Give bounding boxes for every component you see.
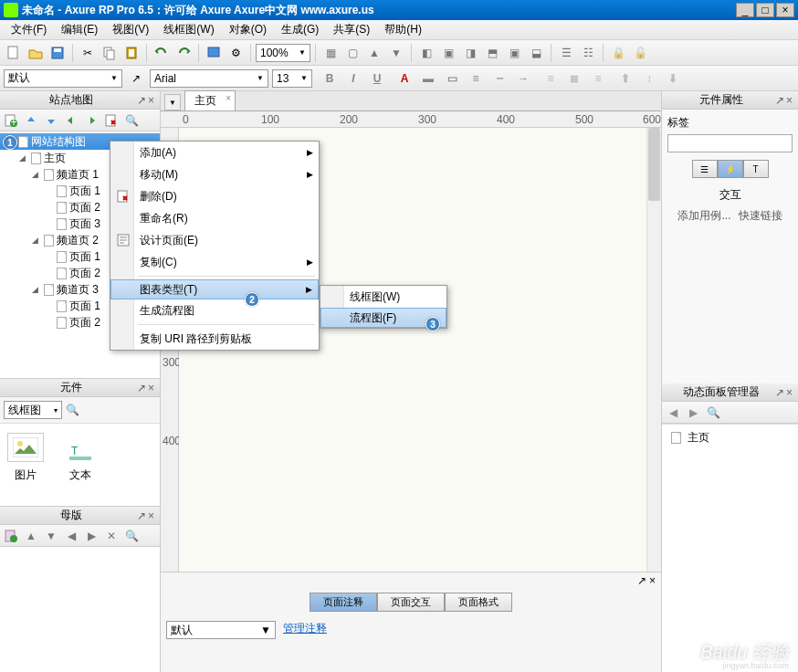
menu-share[interactable]: 共享(S) [326, 20, 377, 39]
panel-close-icon[interactable]: × [786, 94, 793, 107]
dyn-prev-button[interactable]: ◀ [664, 404, 682, 422]
menu-help[interactable]: 帮助(H) [377, 20, 429, 39]
master-out-button[interactable]: ◀ [62, 527, 80, 545]
text-align-left[interactable]: ≡ [541, 68, 561, 89]
master-in-button[interactable]: ▶ [82, 527, 100, 545]
tab-close-button[interactable]: × [226, 93, 231, 103]
panel-expand-icon[interactable]: ↗ [137, 382, 146, 394]
open-button[interactable] [26, 43, 46, 63]
lock-button[interactable]: 🔒 [608, 43, 628, 63]
props-tab-interactions[interactable]: ⚡ [718, 160, 743, 178]
distribute-h-button[interactable]: ☰ [556, 43, 576, 63]
publish-button[interactable] [204, 43, 224, 63]
menu-object[interactable]: 对象(O) [222, 20, 274, 39]
fillcolor-button[interactable]: ▬ [418, 68, 438, 89]
align-left-button[interactable]: ◧ [416, 43, 436, 63]
delete-master-button[interactable]: ✕ [102, 527, 121, 545]
search-icon[interactable]: 🔍 [66, 404, 79, 416]
valign-top[interactable]: ⬆ [615, 68, 635, 89]
tab-page-interactions[interactable]: 页面交互 [377, 593, 445, 612]
indent-out-button[interactable] [62, 111, 80, 130]
ctx-diagram-type[interactable]: 图表类型(T)▶ [110, 279, 319, 299]
notes-dropdown[interactable]: 默认▼ [166, 621, 276, 639]
props-tab-format[interactable]: T [743, 160, 769, 178]
copy-button[interactable] [100, 43, 120, 63]
unlock-button[interactable]: 🔓 [630, 43, 650, 63]
tree-toggle-icon[interactable]: ◢ [29, 236, 40, 245]
align-bottom-button[interactable]: ⬓ [526, 43, 546, 63]
ctx-rename[interactable]: 重命名(R) [110, 207, 319, 229]
linewidth-button[interactable]: ≡ [466, 68, 486, 89]
panel-expand-icon[interactable]: ↗ [137, 94, 146, 107]
ctx-gen-flow[interactable]: 生成流程图 [110, 299, 319, 321]
quick-link[interactable]: 快速链接 [739, 208, 782, 224]
label-input[interactable] [667, 134, 793, 152]
scrollbar-vertical[interactable] [646, 128, 661, 572]
ctx-copy-uri[interactable]: 复制 URI 路径到剪贴板 [110, 328, 319, 350]
delete-page-button[interactable] [102, 111, 121, 130]
style-dropdown[interactable]: 默认▼ [4, 69, 122, 88]
close-button[interactable]: × [776, 3, 794, 17]
valign-middle[interactable]: ↕ [639, 68, 659, 89]
ctx-design[interactable]: 设计页面(E) [110, 229, 319, 251]
paste-button[interactable] [121, 43, 142, 63]
panel-close-icon[interactable]: × [148, 382, 154, 394]
back-button[interactable]: ▼ [386, 43, 406, 63]
fontsize-dropdown[interactable]: 13▼ [272, 69, 312, 88]
add-case-link[interactable]: 添加用例... [677, 208, 730, 224]
tree-toggle-icon[interactable]: ◢ [29, 285, 40, 294]
submenu-wireframe[interactable]: 线框图(W) [320, 286, 446, 308]
dynpanel-item[interactable]: 主页 [666, 428, 794, 447]
zoom-dropdown[interactable]: 100%▼ [256, 44, 310, 62]
panel-icons[interactable]: ↗ × [637, 574, 656, 587]
dyn-search-button[interactable]: 🔍 [704, 404, 722, 422]
tree-toggle-icon[interactable]: ◢ [16, 153, 27, 163]
underline-button[interactable]: U [367, 68, 387, 89]
align-top-button[interactable]: ⬒ [482, 43, 502, 63]
new-button[interactable] [4, 43, 24, 63]
front-button[interactable]: ▲ [364, 43, 384, 63]
move-down-button[interactable] [42, 111, 60, 130]
align-middle-button[interactable]: ▣ [504, 43, 524, 63]
save-button[interactable] [47, 43, 68, 63]
undo-button[interactable] [152, 43, 172, 63]
align-center-button[interactable]: ▣ [438, 43, 458, 63]
search-master-button[interactable]: 🔍 [122, 527, 141, 545]
dyn-next-button[interactable]: ▶ [684, 404, 702, 422]
ctx-move[interactable]: 移动(M)▶ [110, 163, 319, 185]
style-edit-button[interactable]: ↗ [126, 68, 146, 89]
panel-close-icon[interactable]: × [148, 94, 154, 107]
add-master-button[interactable] [2, 527, 20, 545]
search-page-button[interactable]: 🔍 [122, 111, 141, 130]
widget-lib-dropdown[interactable]: 线框图▾ [4, 401, 62, 419]
panel-expand-icon[interactable]: ↗ [775, 386, 784, 399]
gear-button[interactable]: ⚙ [226, 43, 246, 63]
redo-button[interactable] [173, 43, 194, 63]
align-right-button[interactable]: ◨ [460, 43, 480, 63]
panel-close-icon[interactable]: × [786, 386, 793, 399]
minimize-button[interactable]: _ [736, 3, 754, 17]
cut-button[interactable]: ✂ [78, 43, 98, 63]
manage-notes-link[interactable]: 管理注释 [283, 621, 327, 667]
linestyle-button[interactable]: ┄ [489, 68, 509, 89]
menu-wireframe[interactable]: 线框图(W) [156, 20, 221, 39]
maximize-button[interactable]: □ [756, 3, 774, 17]
add-page-button[interactable]: + [2, 111, 20, 130]
bold-button[interactable]: B [320, 68, 340, 89]
text-align-right[interactable]: ≡ [588, 68, 608, 89]
fontcolor-button[interactable]: A [394, 68, 415, 89]
master-down-button[interactable]: ▼ [42, 527, 60, 545]
panel-expand-icon[interactable]: ↗ [775, 94, 784, 107]
tab-page-style[interactable]: 页面格式 [445, 593, 512, 612]
move-up-button[interactable] [22, 111, 40, 130]
tree-toggle-icon[interactable]: ◢ [29, 170, 40, 179]
ctx-delete[interactable]: 删除(D) [110, 185, 319, 207]
text-align-center[interactable]: ≣ [564, 68, 584, 89]
menu-view[interactable]: 视图(V) [105, 20, 156, 39]
indent-in-button[interactable] [82, 111, 100, 130]
props-tab-notes[interactable]: ☰ [692, 160, 718, 178]
panel-expand-icon[interactable]: ↗ [137, 509, 146, 522]
master-up-button[interactable]: ▲ [22, 527, 40, 545]
ctx-add[interactable]: 添加(A)▶ [110, 142, 319, 163]
menu-generate[interactable]: 生成(G) [274, 20, 326, 39]
